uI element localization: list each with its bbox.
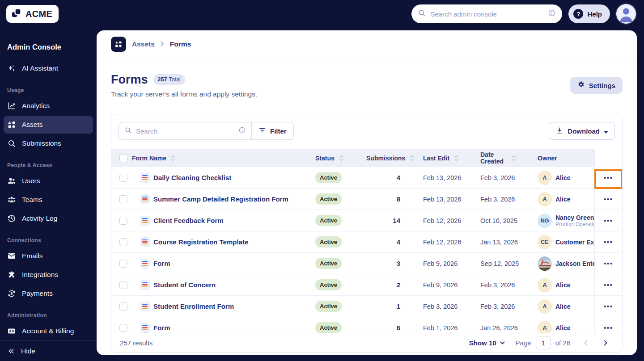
global-search[interactable] <box>411 4 562 23</box>
row-checkbox[interactable] <box>119 238 127 246</box>
sidebar-hide-button[interactable]: Hide <box>0 340 97 361</box>
next-page-button[interactable] <box>601 338 610 348</box>
form-name[interactable]: Student of Concern <box>153 281 216 289</box>
acme-logo[interactable]: ACME <box>6 5 59 23</box>
owner-name: Alice <box>555 281 570 289</box>
table-row: FormActive6Feb 1, 2026Jan 26, 2026AAlice… <box>111 317 622 333</box>
row-actions-button[interactable]: ••• <box>600 215 617 227</box>
column-header-created[interactable]: Date Created <box>480 151 537 165</box>
sidebar-item-teams[interactable]: Teams <box>4 191 93 209</box>
sort-icon <box>339 155 343 161</box>
sidebar-item-payments[interactable]: $Payments <box>4 285 93 302</box>
page-number-input[interactable] <box>536 336 551 349</box>
row-checkbox[interactable] <box>119 281 127 289</box>
owner-name: Alice <box>555 303 570 310</box>
page-size-select[interactable]: Show 10 <box>469 339 505 347</box>
submissions-count: 2 <box>364 281 423 289</box>
sidebar-item-assets[interactable]: Assets <box>4 116 93 134</box>
billing-icon <box>7 327 16 336</box>
table-search[interactable] <box>119 122 252 140</box>
form-name[interactable]: Summer Camp Detailed Registration Form <box>153 195 288 203</box>
row-checkbox[interactable] <box>119 195 127 203</box>
row-checkbox[interactable] <box>119 302 127 311</box>
column-header-status[interactable]: Status <box>315 155 364 162</box>
status-badge: Active <box>315 236 342 248</box>
row-checkbox[interactable] <box>119 260 127 268</box>
form-name-cell[interactable]: Form <box>132 323 315 333</box>
download-button[interactable]: Download <box>549 122 615 140</box>
form-name-cell[interactable]: Summer Camp Detailed Registration Form <box>132 194 315 204</box>
sidebar-item-analytics[interactable]: Analytics <box>4 97 93 115</box>
column-header-name[interactable]: Form Name <box>132 155 315 162</box>
form-name-cell[interactable]: Client Feedback Form <box>132 216 315 226</box>
help-button[interactable]: ? Help <box>568 4 610 23</box>
status-badge: Active <box>315 215 342 226</box>
form-name[interactable]: Student Enrollment Form <box>153 302 234 310</box>
status-badge: Active <box>315 258 342 269</box>
row-actions-button[interactable]: ••• <box>600 258 617 269</box>
form-name[interactable]: Course Registration Template <box>153 238 248 246</box>
search-icon <box>418 9 426 19</box>
row-actions-button[interactable]: ••• <box>600 236 617 248</box>
row-actions-button[interactable]: ••• <box>600 279 617 291</box>
table-search-input[interactable] <box>136 127 234 135</box>
form-name[interactable]: Form <box>153 260 170 267</box>
filter-button[interactable]: Filter <box>252 122 294 140</box>
form-name[interactable]: Client Feedback Form <box>153 217 224 224</box>
column-header-lastedit[interactable]: Last Edit <box>423 155 480 162</box>
user-avatar[interactable] <box>616 4 636 24</box>
sidebar-item-submissions[interactable]: Submissions <box>4 134 93 152</box>
form-name-cell[interactable]: Student of Concern <box>132 280 315 290</box>
form-name[interactable]: Daily Cleaning Checklist <box>153 174 231 181</box>
global-search-input[interactable] <box>430 10 543 18</box>
chevron-down-icon <box>604 127 608 135</box>
activity-log-icon <box>7 214 16 223</box>
sidebar-item-integrations[interactable]: Integrations <box>4 266 93 284</box>
form-icon <box>140 280 150 290</box>
assets-icon <box>111 37 126 52</box>
row-actions-cell: ••• <box>594 274 622 295</box>
form-name-cell[interactable]: Form <box>132 259 315 269</box>
submissions-count: 1 <box>364 302 423 310</box>
sidebar-item-users[interactable]: Users <box>4 172 93 190</box>
row-checkbox[interactable] <box>119 324 127 332</box>
ellipsis-icon: ••• <box>604 174 613 181</box>
info-icon[interactable] <box>238 126 246 136</box>
row-actions-button[interactable]: ••• <box>600 172 617 184</box>
sidebar-item-account-billing[interactable]: Account & Billing <box>4 322 93 340</box>
column-header-submissions[interactable]: Submissions <box>364 155 423 162</box>
sidebar-item-activity-log[interactable]: Activity Log <box>4 210 93 227</box>
previous-page-button[interactable] <box>581 338 590 348</box>
sidebar-item-ai-assistant[interactable]: AI Assistant <box>4 59 93 77</box>
form-name-cell[interactable]: Daily Cleaning Checklist <box>132 173 315 183</box>
sidebar-section-label: People & Access <box>0 153 97 171</box>
puzzle-icon <box>7 270 16 279</box>
sort-icon <box>171 155 175 161</box>
submissions-count: 3 <box>364 260 423 267</box>
last-edit-date: Feb 1, 2026 <box>423 324 480 332</box>
last-edit-date: Feb 9, 2026 <box>423 281 480 289</box>
form-name-cell[interactable]: Student Enrollment Form <box>132 302 315 311</box>
row-actions-button[interactable]: ••• <box>600 322 617 333</box>
sidebar-item-emails[interactable]: Emails <box>4 247 93 265</box>
row-checkbox[interactable] <box>119 217 127 225</box>
date-created: Feb 3, 2026 <box>480 303 537 310</box>
settings-button[interactable]: Settings <box>570 77 623 94</box>
form-name-cell[interactable]: Course Registration Template <box>132 237 315 247</box>
submissions-count: 8 <box>364 195 423 203</box>
row-actions-cell: ••• <box>594 231 622 252</box>
breadcrumb-parent[interactable]: Assets <box>132 40 155 48</box>
last-edit-date: Feb 13, 2026 <box>423 196 480 203</box>
select-all-checkbox[interactable] <box>119 154 127 162</box>
row-actions-button[interactable]: ••• <box>600 193 617 205</box>
form-name[interactable]: Form <box>153 324 170 332</box>
payments-icon: $ <box>7 289 16 298</box>
row-checkbox[interactable] <box>119 174 127 182</box>
info-icon[interactable] <box>548 9 556 19</box>
search-icon <box>124 126 132 136</box>
table-row: Summer Camp Detailed Registration FormAc… <box>111 189 622 210</box>
submissions-count: 4 <box>364 174 423 181</box>
submissions-count: 4 <box>364 238 423 246</box>
row-actions-button[interactable]: ••• <box>600 301 617 312</box>
form-icon <box>140 259 150 269</box>
